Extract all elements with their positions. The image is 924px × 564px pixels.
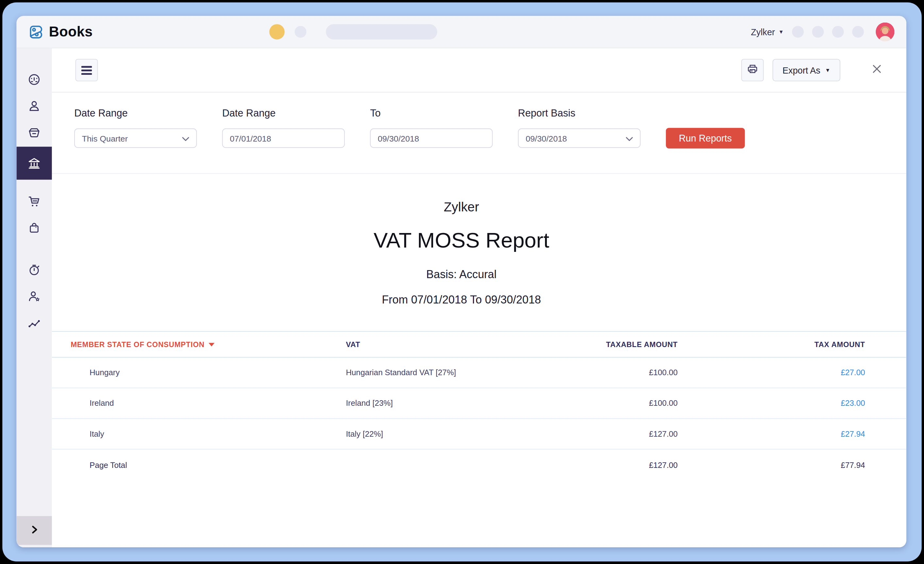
sidebar-item-contacts[interactable] bbox=[16, 92, 52, 119]
printer-icon bbox=[747, 63, 758, 77]
sidebar-item-banking-active[interactable] bbox=[16, 147, 52, 180]
to-date-input[interactable]: 09/30/2018 bbox=[370, 129, 493, 148]
taxable-amount-cell: £100.00 bbox=[524, 368, 678, 377]
sidebar-item-dashboard[interactable] bbox=[16, 66, 52, 93]
tax-amount-link[interactable]: £27.94 bbox=[841, 430, 865, 438]
export-as-button[interactable]: Export As ▼ bbox=[772, 59, 840, 81]
vat-cell: Hungarian Standard VAT [27%] bbox=[346, 368, 524, 377]
topbar-nav-placeholder-icon[interactable] bbox=[852, 26, 864, 38]
run-reports-button[interactable]: Run Reports bbox=[666, 128, 745, 148]
table-row: Ireland Ireland [23%] £100.00 £23.00 bbox=[52, 388, 906, 419]
taxable-amount-cell: £100.00 bbox=[524, 399, 678, 408]
sidebar-item-purchases[interactable] bbox=[16, 214, 52, 241]
reports-chart-icon bbox=[27, 315, 41, 330]
column-header-vat: VAT bbox=[346, 340, 524, 349]
chevron-down-icon: ▼ bbox=[778, 29, 784, 34]
topbar-right: Zylker ▼ bbox=[751, 22, 895, 41]
sales-cart-icon bbox=[27, 194, 41, 208]
table-header-row: MEMBER STATE OF CONSUMPTION VAT TAXABLE … bbox=[52, 331, 906, 357]
report-toolbar: Export As ▼ bbox=[52, 48, 906, 92]
sidebar-item-items[interactable] bbox=[16, 119, 52, 146]
report-period-line: From 07/01/2018 To 09/30/2018 bbox=[52, 293, 871, 306]
tax-amount-link[interactable]: £23.00 bbox=[841, 399, 865, 408]
chevron-down-icon bbox=[626, 134, 633, 143]
chevron-down-icon bbox=[182, 134, 189, 143]
topbar-placeholder-icon[interactable] bbox=[295, 26, 307, 38]
org-selector[interactable]: Zylker ▼ bbox=[751, 27, 784, 37]
close-icon bbox=[871, 63, 883, 77]
notification-dot-icon[interactable] bbox=[270, 24, 285, 39]
member-state-cell: Ireland bbox=[52, 399, 346, 408]
page-total-row: Page Total £127.00 £77.94 bbox=[52, 449, 906, 480]
sidebar-item-reports[interactable] bbox=[16, 309, 52, 336]
date-range-label: Date Range bbox=[74, 108, 197, 120]
print-button[interactable] bbox=[741, 59, 764, 81]
member-state-cell: Italy bbox=[52, 430, 346, 438]
topbar: Books Zylker ▼ bbox=[16, 16, 906, 48]
report-area: Zylker VAT MOSS Report Basis: Accural Fr… bbox=[52, 174, 906, 547]
purchases-bag-icon bbox=[27, 220, 41, 235]
column-header-taxable-amount: TAXABLE AMOUNT bbox=[524, 340, 678, 349]
main-content: Export As ▼ bbox=[52, 48, 906, 547]
table-row: Italy Italy [22%] £127.00 £27.94 bbox=[52, 419, 906, 449]
member-state-header-label: MEMBER STATE OF CONSUMPTION bbox=[71, 340, 205, 349]
report-basis-select[interactable]: 09/30/2018 bbox=[518, 129, 641, 148]
vat-moss-table: MEMBER STATE OF CONSUMPTION VAT TAXABLE … bbox=[52, 331, 906, 480]
report-header: Zylker VAT MOSS Report Basis: Accural Fr… bbox=[52, 174, 871, 306]
filter-bar: Date Range This Quarter Date Range 07/01… bbox=[52, 92, 906, 174]
app-name: Books bbox=[49, 24, 93, 40]
export-as-label: Export As bbox=[782, 65, 820, 75]
sidebar-item-time-tracking[interactable] bbox=[16, 256, 52, 283]
from-date-label: Date Range bbox=[222, 108, 345, 120]
from-date-input[interactable]: 07/01/2018 bbox=[222, 129, 345, 148]
chevron-right-icon bbox=[29, 524, 39, 537]
items-basket-icon bbox=[27, 125, 41, 140]
banking-icon bbox=[27, 156, 41, 170]
vat-cell: Italy [22%] bbox=[346, 430, 524, 438]
to-date-value: 09/30/2018 bbox=[378, 134, 419, 143]
books-logo-icon bbox=[27, 23, 44, 40]
hamburger-icon bbox=[81, 66, 92, 75]
report-title: VAT MOSS Report bbox=[52, 228, 871, 253]
to-date-label: To bbox=[370, 108, 493, 120]
chevron-down-icon: ▼ bbox=[825, 67, 830, 73]
sidebar-expand-button[interactable] bbox=[16, 516, 52, 545]
report-basis-label: Report Basis bbox=[518, 108, 641, 120]
date-range-select[interactable]: This Quarter bbox=[74, 129, 197, 148]
collapse-menu-button[interactable] bbox=[75, 59, 98, 81]
sort-descending-icon bbox=[208, 342, 214, 346]
from-date-value: 07/01/2018 bbox=[230, 134, 271, 143]
sidebar-item-sales[interactable] bbox=[16, 188, 52, 214]
column-header-tax-amount: TAX AMOUNT bbox=[678, 340, 865, 349]
stopwatch-icon bbox=[27, 262, 41, 277]
app-window: Books Zylker ▼ bbox=[16, 16, 906, 547]
date-range-value: This Quarter bbox=[82, 134, 128, 143]
report-basis-line: Basis: Accural bbox=[52, 268, 871, 281]
vat-cell: Ireland [23%] bbox=[346, 399, 524, 408]
taxable-amount-cell: £127.00 bbox=[524, 430, 678, 438]
page-total-taxable: £127.00 bbox=[524, 460, 678, 470]
table-row: Hungary Hungarian Standard VAT [27%] £10… bbox=[52, 357, 906, 388]
app-logo: Books bbox=[27, 23, 93, 40]
search-bar[interactable] bbox=[326, 24, 437, 39]
accountant-person-star-icon bbox=[27, 289, 41, 303]
user-avatar[interactable] bbox=[876, 22, 895, 41]
page-total-tax: £77.94 bbox=[678, 460, 865, 470]
page-total-label: Page Total bbox=[52, 460, 346, 470]
screen: Books Zylker ▼ bbox=[0, 0, 924, 564]
topbar-nav-placeholder-icon[interactable] bbox=[832, 26, 844, 38]
close-report-button[interactable] bbox=[871, 63, 883, 77]
topbar-nav-placeholder-icon[interactable] bbox=[792, 26, 804, 38]
dashboard-icon bbox=[27, 72, 41, 87]
sidebar-item-accountant[interactable] bbox=[16, 283, 52, 309]
report-basis-value: 09/30/2018 bbox=[525, 134, 567, 143]
member-state-cell: Hungary bbox=[52, 368, 346, 377]
report-org-name: Zylker bbox=[52, 200, 871, 215]
tax-amount-link[interactable]: £27.00 bbox=[841, 368, 865, 377]
topbar-nav-placeholder-icon[interactable] bbox=[812, 26, 824, 38]
contacts-icon bbox=[27, 99, 41, 113]
sidebar bbox=[16, 48, 52, 547]
column-header-member-state[interactable]: MEMBER STATE OF CONSUMPTION bbox=[52, 340, 346, 349]
org-name: Zylker bbox=[751, 27, 775, 37]
